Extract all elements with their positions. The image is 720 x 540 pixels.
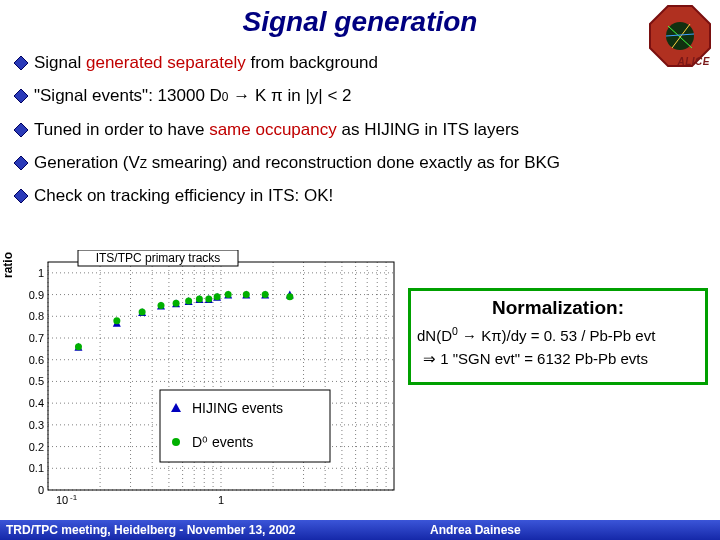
svg-text:10: 10 [56, 494, 68, 506]
bullet-item: Tuned in order to have same occupancy as… [14, 119, 704, 140]
slide: Signal generation ALICE Signal generated… [0, 0, 720, 540]
svg-text:0: 0 [38, 484, 44, 496]
svg-text:0.2: 0.2 [29, 441, 44, 453]
svg-point-76 [196, 295, 203, 302]
svg-marker-5 [14, 56, 28, 70]
bullet-text: Tuned in order to have same occupancy as… [34, 119, 519, 140]
footer-left: TRD/TPC meeting, Heidelberg - November 1… [0, 523, 295, 537]
svg-text:ITS/TPC primary tracks: ITS/TPC primary tracks [96, 251, 221, 265]
bullet-text: Generation (VZ smearing) and reconstruct… [34, 152, 560, 173]
svg-marker-9 [14, 189, 28, 203]
svg-point-80 [243, 291, 250, 298]
svg-point-74 [173, 300, 180, 307]
slide-title: Signal generation [0, 0, 720, 38]
bullet-icon [14, 123, 28, 137]
efficiency-chart: 00.10.20.30.40.50.60.70.80.91110-1ratioI… [0, 250, 400, 510]
svg-text:0.4: 0.4 [29, 397, 44, 409]
svg-point-71 [113, 317, 120, 324]
svg-text:0.5: 0.5 [29, 375, 44, 387]
normalization-line: dN(D0 → Kπ)/dy = 0. 53 / Pb-Pb evt [417, 325, 699, 344]
normalization-heading: Normalization: [417, 297, 699, 319]
bullet-item: "Signal events": 13000 D0 → K π in |y| <… [14, 85, 704, 106]
bullet-list: Signal generated separately from backgro… [14, 52, 704, 218]
svg-text:0.6: 0.6 [29, 354, 44, 366]
footer-right: Andrea Dainese [430, 523, 521, 537]
svg-text:0.9: 0.9 [29, 289, 44, 301]
svg-text:HIJING events: HIJING events [192, 400, 283, 416]
svg-marker-7 [14, 123, 28, 137]
normalization-box: Normalization: dN(D0 → Kπ)/dy = 0. 53 / … [408, 288, 708, 385]
svg-marker-6 [14, 89, 28, 103]
bullet-item: Generation (VZ smearing) and reconstruct… [14, 152, 704, 173]
bullet-text: Signal generated separately from backgro… [34, 52, 378, 73]
bullet-item: Signal generated separately from backgro… [14, 52, 704, 73]
svg-point-73 [158, 302, 165, 309]
svg-marker-8 [14, 156, 28, 170]
footer-bar: TRD/TPC meeting, Heidelberg - November 1… [0, 520, 720, 540]
svg-point-72 [139, 308, 146, 315]
svg-point-81 [262, 291, 269, 298]
svg-text:D⁰ events: D⁰ events [192, 434, 253, 450]
svg-point-70 [75, 343, 82, 350]
svg-text:1: 1 [38, 267, 44, 279]
svg-text:ratio: ratio [1, 252, 15, 278]
svg-text:0.1: 0.1 [29, 462, 44, 474]
svg-point-79 [225, 291, 232, 298]
svg-point-82 [286, 293, 293, 300]
svg-point-75 [185, 298, 192, 305]
bullet-icon [14, 189, 28, 203]
svg-point-77 [205, 295, 212, 302]
svg-text:0.3: 0.3 [29, 419, 44, 431]
bullet-item: Check on tracking efficiency in ITS: OK! [14, 185, 704, 206]
svg-text:0.8: 0.8 [29, 310, 44, 322]
normalization-line: ⇒ 1 "SGN evt" = 6132 Pb-Pb evts [417, 350, 699, 368]
svg-point-86 [172, 438, 180, 446]
bullet-icon [14, 89, 28, 103]
svg-text:1: 1 [218, 494, 224, 506]
bullet-text: Check on tracking efficiency in ITS: OK! [34, 185, 333, 206]
svg-point-78 [214, 293, 221, 300]
bullet-icon [14, 156, 28, 170]
svg-text:-1: -1 [70, 493, 78, 502]
bullet-text: "Signal events": 13000 D0 → K π in |y| <… [34, 85, 352, 106]
svg-text:0.7: 0.7 [29, 332, 44, 344]
bullet-icon [14, 56, 28, 70]
